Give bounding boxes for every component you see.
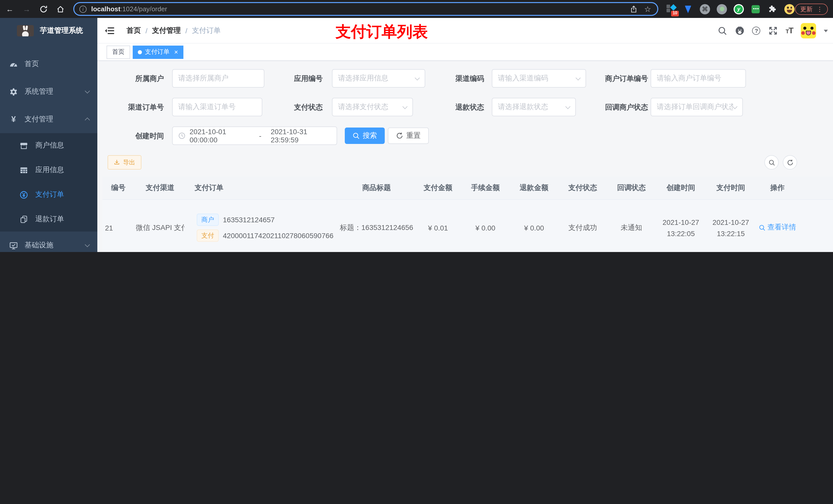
- yen-icon: ¥: [9, 115, 18, 124]
- fullscreen-icon[interactable]: [768, 26, 778, 35]
- shop-icon: [20, 141, 28, 150]
- tag-home[interactable]: 首页: [106, 45, 130, 58]
- date-range-picker[interactable]: 2021-10-01 00:00:00 - 2021-10-31 23:59:5…: [172, 126, 337, 145]
- breadcrumb-home[interactable]: 首页: [126, 26, 141, 35]
- filter-label-app: 应用编号: [266, 69, 323, 88]
- extension-y-icon[interactable]: y: [734, 4, 744, 14]
- url-path: :1024/pay/order: [120, 5, 167, 13]
- screen: ← → i localhost :1024/pay/order ☆ 10 ⌘ y…: [0, 0, 833, 252]
- sidebar-item-merchant-info[interactable]: 商户信息: [0, 133, 97, 158]
- sidebar-item-home[interactable]: 首页: [0, 50, 97, 78]
- extension-blocks-icon[interactable]: 10: [666, 4, 676, 14]
- browser-back-icon[interactable]: ←: [3, 0, 16, 18]
- filter-label-create-time: 创建时间: [97, 126, 164, 145]
- sidebar-item-pay-order[interactable]: 支付订单: [0, 182, 97, 207]
- col-notify: 回调状态: [607, 177, 656, 199]
- col-paid: 支付时间: [706, 177, 756, 199]
- col-fee: 手续金额: [461, 177, 510, 199]
- extension-chat-icon[interactable]: [751, 4, 761, 14]
- filter-label-channel-code: 渠道编码: [428, 69, 484, 88]
- clock-icon: [178, 132, 186, 139]
- site-info-icon[interactable]: i: [79, 5, 87, 13]
- address-bar[interactable]: i localhost :1024/pay/order ☆: [73, 2, 658, 16]
- browser-update-button[interactable]: 更新 ⋮: [795, 4, 828, 15]
- reset-button[interactable]: 重置: [388, 127, 429, 144]
- url-host: localhost: [91, 5, 120, 13]
- table-row: 21 微信 JSAPI 支付 商户1635312124657 支付4200001…: [102, 199, 833, 252]
- orders-table: 编号 支付渠道 支付订单 商品标题 支付金额 手续金额 退款金额 支付状态 回调…: [102, 177, 833, 252]
- github-icon[interactable]: [735, 26, 745, 35]
- tag-pay-order[interactable]: 支付订单 ×: [133, 45, 183, 58]
- avatar[interactable]: [801, 23, 816, 39]
- bookmark-star-icon[interactable]: ☆: [644, 5, 651, 13]
- gear-icon: [9, 87, 18, 96]
- col-pay-order: 支付订单: [185, 177, 338, 199]
- refresh-icon: [787, 159, 793, 166]
- sidebar-item-refund-order[interactable]: 退款订单: [0, 207, 97, 232]
- refund-status-select[interactable]: 请选择退款状态: [492, 98, 576, 116]
- dashboard-icon: [9, 60, 18, 68]
- sidebar-item-payment[interactable]: ¥ 支付管理: [0, 105, 97, 133]
- monitor-icon: [9, 241, 18, 250]
- merchant-filter-input[interactable]: 请选择所属商户: [172, 69, 264, 88]
- sidebar-item-infrastructure[interactable]: 基础设施: [0, 232, 97, 252]
- pay-status-select[interactable]: 请选择支付状态: [332, 98, 413, 116]
- app-filter-select[interactable]: 请选择应用信息: [332, 69, 425, 88]
- extension-badge: 10: [671, 10, 679, 16]
- filter-label-pay-status: 支付状态: [266, 98, 323, 116]
- browser-home-icon[interactable]: [54, 0, 67, 18]
- sidebar: 芋道管理系统 首页 系统管理 ¥ 支付管理 商户信息: [0, 18, 97, 252]
- table-header-row: 编号 支付渠道 支付订单 商品标题 支付金额 手续金额 退款金额 支付状态 回调…: [102, 177, 833, 199]
- search-button[interactable]: 搜索: [345, 127, 385, 144]
- view-detail-link[interactable]: 查看详情: [759, 223, 796, 232]
- col-actions: 操作: [756, 177, 799, 199]
- chevron-down-icon: [576, 75, 581, 80]
- search-icon: [768, 159, 775, 166]
- sidebar-item-app-info[interactable]: 应用信息: [0, 158, 97, 182]
- font-size-icon[interactable]: TT: [786, 26, 793, 35]
- download-icon: [114, 159, 120, 165]
- export-button[interactable]: 导出: [108, 155, 141, 170]
- browser-menu-icon[interactable]: ⋮: [817, 6, 823, 13]
- browser-reload-icon[interactable]: [37, 0, 50, 18]
- browser-forward-icon[interactable]: →: [20, 0, 33, 18]
- chevron-down-icon: [402, 104, 407, 109]
- grid-icon: [20, 166, 28, 174]
- merchant-order-no-input[interactable]: 请输入商户订单编号: [651, 69, 746, 88]
- toggle-search-button[interactable]: [764, 155, 779, 170]
- tab-close-icon[interactable]: ×: [174, 49, 178, 55]
- active-dot-icon: [138, 50, 142, 54]
- chevron-down-icon: [565, 104, 570, 109]
- filter-label-refund-status: 退款状态: [428, 98, 484, 116]
- col-filler: [799, 177, 833, 199]
- col-title: 商品标题: [338, 177, 415, 199]
- app-logo[interactable]: 芋道管理系统: [0, 18, 97, 44]
- chevron-down-icon: [85, 242, 90, 247]
- filter-label-merchant: 所属商户: [97, 69, 164, 88]
- refresh-table-button[interactable]: [783, 155, 797, 170]
- main-content: 所属商户 请选择所属商户 应用编号 请选择应用信息 渠道编码 请输入渠道编码 商…: [97, 61, 833, 252]
- avatar-caret-icon[interactable]: [824, 30, 828, 34]
- extension-kite-icon[interactable]: [683, 4, 693, 14]
- refresh-icon: [396, 132, 403, 139]
- channel-code-select[interactable]: 请输入渠道编码: [492, 69, 586, 88]
- col-id: 编号: [102, 177, 136, 199]
- breadcrumb-current: 支付订单: [192, 26, 221, 35]
- help-icon[interactable]: ?: [752, 27, 761, 35]
- channel-order-no-input[interactable]: 请输入渠道订单号: [172, 98, 262, 116]
- header-search-icon[interactable]: [717, 26, 727, 35]
- extension-command-icon[interactable]: ⌘: [700, 4, 710, 14]
- col-amount: 支付金额: [415, 177, 461, 199]
- browser-toolbar: ← → i localhost :1024/pay/order ☆ 10 ⌘ y…: [0, 0, 833, 18]
- breadcrumb: 首页 / 支付管理 / 支付订单: [126, 18, 221, 44]
- top-navbar: 首页 / 支付管理 / 支付订单 支付订单列表 ? TT: [97, 18, 833, 44]
- extension-dot-icon[interactable]: [717, 4, 727, 14]
- notify-status-select[interactable]: 请选择订单回调商户状态: [651, 98, 743, 116]
- breadcrumb-payment[interactable]: 支付管理: [152, 26, 181, 35]
- extensions-puzzle-icon[interactable]: [767, 4, 778, 14]
- sidebar-collapse-icon[interactable]: [104, 26, 115, 36]
- share-icon[interactable]: [630, 5, 637, 13]
- extension-emoji-icon[interactable]: [784, 4, 794, 14]
- yen-circle-icon: [20, 190, 28, 199]
- sidebar-item-system[interactable]: 系统管理: [0, 78, 97, 105]
